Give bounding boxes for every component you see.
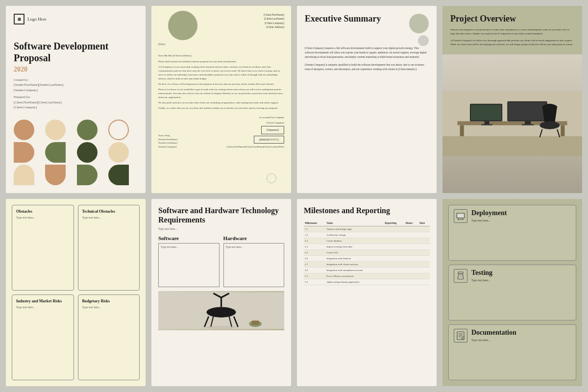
table-row: 2.3 Import existing client data [304,244,430,250]
shape-olive-circle [77,120,98,140]
svg-point-27 [205,326,237,329]
project-text-area: Project Overview Software development is… [442,6,582,54]
hardware-col-title: Hardware [223,235,285,241]
svg-rect-10 [508,102,546,121]
testing-svg [456,271,465,280]
panel-letter: [Date] [Client.FirstName] [Client.LastNa… [151,6,291,193]
logo-text: Logo Here [27,17,47,22]
svg-point-13 [539,121,560,129]
project-text-2: At [Sender.Company] we believe in a thor… [450,39,574,47]
table-row: 3.2 Alpha testing desktop application [304,279,430,285]
table-row: 1.2 Architecture design [304,232,430,238]
svg-rect-7 [485,121,490,124]
table-row: 1.1 Analysis and design stage [304,226,430,232]
cover-credits: Created by: [Sender.FirstName][Sender.La… [14,77,138,93]
shape-tan-circle [14,120,34,140]
panel-tech-requirements: Software and Hardware Technology Require… [151,199,291,386]
risk-box-budgetary: Budgetary Risks Type text here... [78,294,140,380]
technical-obstacles-text: Type text here... [82,216,136,219]
logo-area: ⊞ Logo Here [14,14,138,24]
col-milestones: Milestones [304,220,325,226]
software-column: Software Type text here... [158,235,220,287]
letter-address: [Client.FirstName] [Client.LastName] [Cl… [264,13,284,45]
svg-rect-32 [458,214,464,217]
tech-requirements-title: Software and Hardware Technology Require… [158,206,284,224]
shape-semi-left2 [108,165,129,185]
small-circle-decoration [267,173,276,183]
cover-title: Software Development Proposal [14,40,138,64]
table-row: 2.2 Create database [304,238,430,244]
industry-risks-title: Industry and Market Risks [16,299,70,304]
shape-semi-olive [45,142,66,163]
panel-cover: ⊞ Logo Here Software Development Proposa… [6,6,146,193]
obstacles-title: Obstacles [16,209,70,214]
date-box: [MM/DD/YYYY] [254,136,284,144]
svg-rect-3 [460,125,464,136]
letter-signature-area: As accepted by Company [Client.Company] … [227,116,284,148]
hardware-box-text: Type text here... [226,245,282,248]
svg-rect-11 [525,121,531,124]
hardware-box: Type text here... [223,243,285,287]
table-row: 2.6 Integration with Outlook [304,256,430,262]
software-box-text: Type text here... [161,245,217,248]
documentation-text: Type text here... [471,339,571,342]
signature-box: [Signature] [261,126,284,134]
svg-point-17 [207,307,236,318]
shapes-grid [14,120,138,185]
deployment-icon [454,209,467,223]
service-testing: Testing Type text here... [448,265,576,320]
deployment-content: Deployment Type text here... [471,209,571,222]
industry-risks-text: Type text here... [16,306,70,309]
shape-semi-right2 [77,165,98,185]
documentation-svg [456,331,465,340]
letter-body: Dear [Mr./Ms.][Client.LastName], Please … [158,54,284,112]
letter-salutation: Dear [Mr./Ms.][Client.LastName], [158,54,284,58]
budgetary-risks-title: Budgetary Risks [82,299,136,304]
executive-summary-title: Executive Summary [305,14,405,24]
table-row: 2.8 Integration with smartphone network [304,268,430,273]
risk-box-industry: Industry and Market Risks Type text here… [12,294,74,380]
project-text-1: Software development is serious business… [450,28,574,36]
shape-semi-tan [14,142,34,163]
shape-semi-bot [45,165,66,185]
documentation-title: Documentation [471,329,571,337]
budgetary-risks-text: Type text here... [82,306,136,309]
documentation-content: Documentation Type text here... [471,329,571,342]
svg-rect-12 [522,124,534,125]
cover-prepared: Prepared for: [Client.FirstName][Client.… [14,95,138,110]
testing-title: Testing [471,269,571,277]
exec-circle-large [409,14,429,33]
deployment-text: Type text here... [471,219,571,222]
col-hours: Hours [405,220,418,226]
panel-executive-summary: Executive Summary [Client.Company] requi… [297,6,437,193]
table-row: 3.1 Port to iPhone environment [304,273,430,279]
chair-svg [158,291,284,330]
obstacles-text: Type text here... [16,216,70,219]
cover-year: 2020 [14,66,138,74]
documentation-icon [454,329,467,343]
tech-subtitle: Type text here... [158,227,284,230]
exec-text-2: [Sender.Company] is uniquely qualified t… [305,63,429,72]
table-row: 2.7 Integration with clients software [304,262,430,268]
tech-columns: Software Type text here... Hardware Type… [158,235,284,287]
letter-date: [Date] [158,42,165,46]
milestones-title: Milestones and Reporting [304,206,430,215]
software-box: Type text here... [158,243,220,287]
deployment-title: Deployment [471,209,571,217]
software-col-title: Software [158,235,220,241]
shape-semi-top [14,165,34,185]
risk-box-obstacles: Obstacles Type text here... [12,205,74,291]
svg-rect-6 [471,105,501,121]
risk-box-technical: Technical Obstacles Type text here... [78,205,140,291]
hardware-column: Hardware Type text here... [223,235,285,287]
svg-point-34 [460,275,462,277]
chair-image [158,291,284,330]
desk-svg [442,54,582,193]
exec-circle-small [418,35,429,46]
svg-rect-1 [442,136,582,156]
desk-photo [442,54,582,193]
logo-icon: ⊞ [14,14,24,24]
col-reporting: Reporting [384,220,404,226]
col-tasks: Tasks [325,220,384,226]
col-date: Date [418,220,430,226]
